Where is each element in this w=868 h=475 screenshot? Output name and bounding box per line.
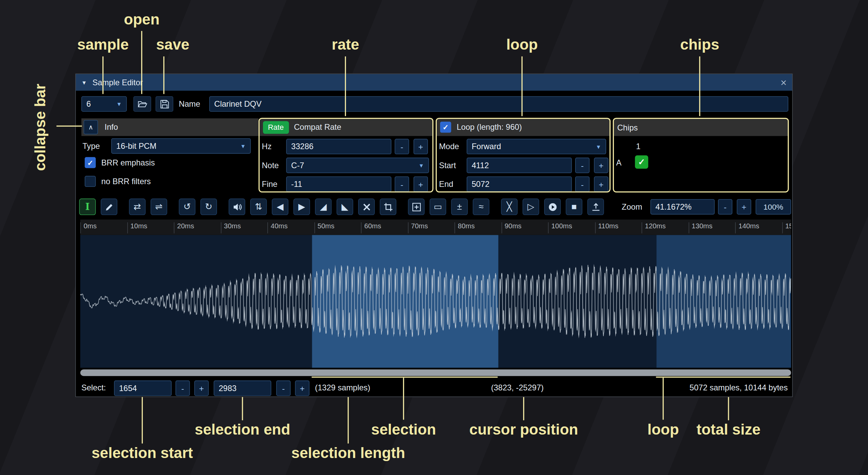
stop-preview-button[interactable]: ■ [566,198,582,215]
chip-enable-checkbox[interactable]: ✓ [635,155,648,169]
selection-start-minus-button[interactable]: - [176,381,190,396]
fade-in-icon: ◢ [320,203,327,211]
loop-start-input[interactable]: 4112 [467,158,572,173]
annotation-line-collapse-bar [56,125,82,126]
ruler-label: 70ms [408,222,428,233]
reverse-button[interactable]: ◀ [272,198,288,215]
loop-end-label: End [439,176,453,192]
collapse-bar-button[interactable]: ∧ [84,120,98,134]
loop-end-input[interactable]: 5072 [467,176,572,192]
selection-start-plus-button[interactable]: + [194,381,208,396]
stage: ▼ Sample Editor × 6 ▼ Name Clarinet DQV … [0,0,868,475]
loop-start-plus-button[interactable]: + [594,158,608,173]
resize-button[interactable]: ⇄ [129,198,146,215]
draw-mode-button[interactable] [101,198,117,215]
hz-label: Hz [262,139,272,155]
annotation-selection-end: selection end [195,421,290,438]
crossfade-loop-button[interactable]: ╳ [501,198,518,215]
type-label: Type [83,138,100,154]
fine-plus-button[interactable]: + [414,176,428,192]
sign-exchange-button[interactable]: ± [451,198,468,215]
type-select[interactable]: 16-bit PCM ▼ [111,138,251,154]
loop-start-minus-button[interactable]: - [575,158,589,173]
selection-start-input[interactable]: 1654 [114,381,171,396]
play-circle-icon [548,202,557,212]
fade-out-button[interactable]: ◣ [337,198,353,215]
annotation-line-rate [345,56,346,116]
invert-button[interactable]: ▶ [294,198,310,215]
loop-enable-checkbox[interactable]: ✓ [440,122,451,133]
hz-input[interactable]: 33286 [286,139,391,155]
hz-plus-button[interactable]: + [414,139,428,155]
zoom-input[interactable]: 41.1672% [650,199,715,215]
fade-in-button[interactable]: ◢ [315,198,332,215]
zoom-out-button[interactable]: - [718,199,732,215]
chevron-down-icon: ▼ [240,143,246,149]
note-select[interactable]: C-7 ▼ [286,158,429,173]
open-button[interactable] [133,96,151,112]
ruler-label: 150ms [782,222,791,233]
create-wavetable-button[interactable] [587,198,604,215]
ruler-label: 30ms [221,222,241,233]
annotation-line-chips [699,56,700,116]
waveform-scrollbar[interactable] [80,369,791,376]
check-icon: ✓ [443,123,449,131]
stop-icon: ■ [571,203,577,211]
no-brr-filters-checkbox[interactable] [85,176,96,187]
loop-end-plus-button[interactable]: + [594,176,608,192]
annotation-line-loop-bottom [663,378,664,420]
annotation-line-selection-end [242,397,243,420]
ruler-label: 50ms [314,222,335,233]
fine-input[interactable]: -11 [286,176,391,192]
loop-mode-select[interactable]: Forward ▼ [467,139,606,155]
zoom-in-button[interactable]: + [737,199,751,215]
trim-button[interactable] [380,198,397,215]
info-header-label: Info [105,123,118,131]
save-button[interactable] [155,96,173,112]
normalize-icon: ⇅ [255,203,262,211]
titlebar[interactable]: ▼ Sample Editor × [76,74,792,91]
brr-emphasis-checkbox[interactable]: ✓ [85,157,96,168]
waveform-canvas[interactable] [80,235,791,368]
chips-header-bar: Chips [614,119,788,136]
chip-row-label: A [616,155,621,171]
annotation-selection-start: selection start [91,445,193,462]
select-mode-button[interactable]: I [79,198,96,215]
info-header-bar: Info [81,118,258,136]
play-outline-icon: ▷ [528,203,534,211]
selection-end-input[interactable]: 2983 [214,381,271,396]
preview-sample-button[interactable]: ▷ [522,198,539,215]
ruler-label: 0ms [80,222,97,233]
speaker-icon [232,202,242,212]
delete-button[interactable] [358,198,375,215]
name-input[interactable]: Clarinet DQV [209,96,788,112]
annotation-selection: selection [371,421,436,438]
invert-icon: ▶ [298,203,305,211]
ruler-label: 60ms [361,222,381,233]
selection-end-minus-button[interactable]: - [276,381,290,396]
redo-icon: ↻ [205,203,213,211]
undo-button[interactable]: ↺ [179,198,196,215]
loop-end-minus-button[interactable]: - [575,176,589,192]
play-sample-button[interactable] [544,198,561,215]
sample-select[interactable]: 6 ▼ [81,96,127,112]
apply-filter-button[interactable]: ≈ [473,198,489,215]
upload-icon [591,202,600,212]
resample-button[interactable]: ⇌ [151,198,167,215]
type-value: 16-bit PCM [116,142,156,151]
normalize-button[interactable]: ⇅ [250,198,267,215]
insert-silence-button[interactable] [408,198,425,215]
check-icon: ✓ [638,157,645,167]
ruler-label: 140ms [735,222,759,233]
brr-emphasis-label: BRR emphasis [101,155,155,171]
zoom-reset-button[interactable]: 100% [756,199,791,215]
close-icon[interactable]: × [781,77,787,88]
selection-end-plus-button[interactable]: + [295,381,309,396]
annotation-line-selection-length [348,397,349,444]
window-collapse-icon[interactable]: ▼ [81,80,87,86]
hz-minus-button[interactable]: - [395,139,409,155]
redo-button[interactable]: ↻ [200,198,217,215]
fine-minus-button[interactable]: - [395,176,409,192]
amplify-button[interactable] [229,198,245,215]
apply-silence-button[interactable]: ▭ [430,198,446,215]
